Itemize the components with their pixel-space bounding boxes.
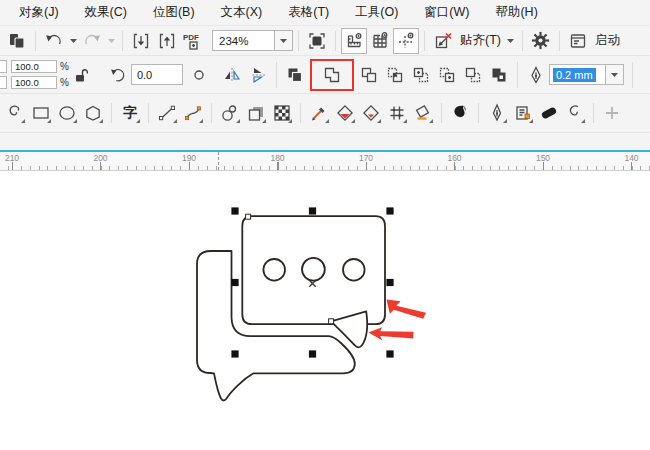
bubble-dot-1[interactable] <box>263 259 285 281</box>
shape-tool-button[interactable] <box>2 100 28 126</box>
mirror-vertical-button[interactable] <box>245 62 271 88</box>
separator <box>300 103 301 123</box>
zoom-level-combo[interactable]: 234% <box>212 30 293 51</box>
smart-fill-tool-button[interactable] <box>332 100 358 126</box>
outline-width-value[interactable]: 0.2 mm <box>549 64 605 85</box>
redo-icon <box>82 31 102 51</box>
drawing-canvas[interactable] <box>0 171 650 450</box>
separator <box>298 31 299 51</box>
launcher-button[interactable] <box>565 28 591 54</box>
separator <box>478 103 479 123</box>
combine-button[interactable] <box>282 62 308 88</box>
menu-object[interactable]: 对象(J) <box>6 0 72 25</box>
curve-edit-tool-button[interactable] <box>562 100 588 126</box>
ellipse-tool-button[interactable] <box>54 100 80 126</box>
menu-help[interactable]: 帮助(H) <box>482 0 550 25</box>
rotate-icon <box>108 65 128 85</box>
separator <box>122 31 123 51</box>
menu-effects[interactable]: 效果(C) <box>72 0 140 25</box>
create-boundary-button[interactable] <box>486 62 512 88</box>
zoom-level-dropdown[interactable] <box>274 30 293 51</box>
snap-off-button[interactable] <box>430 28 456 54</box>
scale-y-input[interactable]: 100.0 <box>11 76 57 89</box>
outline-width-combo[interactable]: 0.2 mm <box>549 64 624 85</box>
connector-tool-button[interactable] <box>217 100 243 126</box>
boundary-icon <box>489 65 509 85</box>
undo-dropdown[interactable] <box>67 28 79 54</box>
back-minus-front-icon <box>463 65 483 85</box>
front-minus-back-icon <box>437 65 457 85</box>
standard-toolbar: PDF 234% 贴齐(T) <box>0 26 650 56</box>
block-shadow-tool-button[interactable] <box>510 100 536 126</box>
ruler-label: 160 <box>447 153 461 163</box>
snap-to-dropdown[interactable] <box>505 28 517 54</box>
toggle-guidelines-button[interactable] <box>393 28 419 54</box>
toolbox: 字 <box>0 94 650 133</box>
tail-node[interactable] <box>329 319 334 324</box>
livesketch-tool-button[interactable] <box>447 100 473 126</box>
simplify-button[interactable] <box>408 62 434 88</box>
flyout-indicator <box>503 119 507 123</box>
fullscreen-preview-button[interactable] <box>304 28 330 54</box>
dimension-tool-button[interactable] <box>154 100 180 126</box>
flyout-indicator <box>581 119 585 123</box>
horizontal-ruler[interactable]: 210 200 190 180 170 160 150 140 <box>0 150 650 171</box>
export-button[interactable] <box>154 28 180 54</box>
back-minus-front-button[interactable] <box>460 62 486 88</box>
undo-button[interactable] <box>41 28 67 54</box>
eraser-icon <box>538 102 560 124</box>
outline-width-dropdown[interactable] <box>605 64 624 85</box>
rotation-angle-input[interactable]: 0.0 <box>131 64 183 85</box>
separator <box>211 103 212 123</box>
bucket-fill-tool-button[interactable] <box>410 100 436 126</box>
launch-label[interactable]: 启动 <box>591 32 624 49</box>
mirror-horizontal-button[interactable] <box>219 62 245 88</box>
bubble-dot-2[interactable] <box>302 258 325 281</box>
paste-button[interactable] <box>4 28 30 54</box>
corner-node[interactable] <box>246 214 251 219</box>
annotation-arrow-lower <box>369 327 414 340</box>
rotation-button[interactable] <box>105 62 131 88</box>
add-tool-button[interactable] <box>599 100 625 126</box>
lock-ratio-button[interactable] <box>71 64 91 86</box>
bubble-dot-3[interactable] <box>343 259 365 281</box>
export-icon <box>157 31 177 51</box>
menu-window[interactable]: 窗口(W) <box>411 0 482 25</box>
scale-x-input[interactable]: 100.0 <box>11 60 57 73</box>
snap-to-label[interactable]: 贴齐(T) <box>456 32 505 49</box>
text-tool-button[interactable]: 字 <box>117 100 143 126</box>
publish-pdf-button[interactable]: PDF <box>180 28 206 54</box>
eyedropper-tool-button[interactable] <box>306 100 332 126</box>
menu-table[interactable]: 表格(T) <box>275 0 342 25</box>
import-button[interactable] <box>128 28 154 54</box>
eraser-tool-button[interactable] <box>536 100 562 126</box>
trim-button[interactable] <box>356 62 382 88</box>
toggle-rulers-button[interactable] <box>341 28 367 54</box>
outline-pen-button[interactable] <box>523 62 549 88</box>
menu-tools[interactable]: 工具(O) <box>342 0 411 25</box>
flyout-indicator <box>377 119 381 123</box>
degree-circle-icon <box>193 69 205 81</box>
pen-tool-button[interactable] <box>484 100 510 126</box>
fill-tool-button[interactable] <box>358 100 384 126</box>
redo-dropdown[interactable] <box>105 28 117 54</box>
snap-off-icon <box>433 31 453 51</box>
weld-button[interactable] <box>319 62 345 88</box>
polygon-tool-button[interactable] <box>80 100 106 126</box>
zoom-level-value[interactable]: 234% <box>212 30 274 51</box>
menu-text[interactable]: 文本(X) <box>208 0 276 25</box>
toggle-grid-button[interactable] <box>367 28 393 54</box>
flyout-indicator <box>429 119 433 123</box>
menu-bitmaps[interactable]: 位图(B) <box>140 0 208 25</box>
intersect-button[interactable] <box>382 62 408 88</box>
handle-bottom-right <box>386 350 393 357</box>
options-button[interactable] <box>528 28 554 54</box>
mesh-fill-tool-button[interactable] <box>384 100 410 126</box>
front-minus-back-button[interactable] <box>434 62 460 88</box>
separator <box>632 62 633 88</box>
redo-button[interactable] <box>79 28 105 54</box>
rectangle-tool-button[interactable] <box>28 100 54 126</box>
transparency-tool-button[interactable] <box>269 100 295 126</box>
bezier-tool-button[interactable] <box>180 100 206 126</box>
drop-shadow-tool-button[interactable] <box>243 100 269 126</box>
